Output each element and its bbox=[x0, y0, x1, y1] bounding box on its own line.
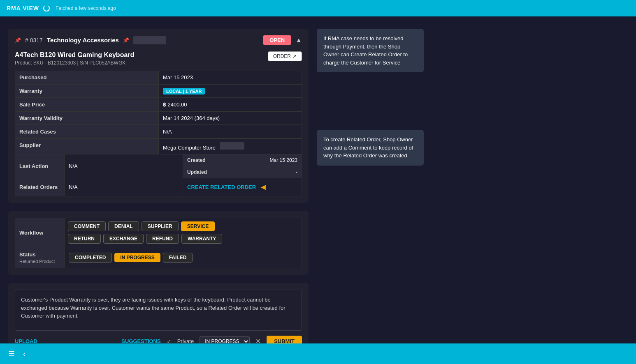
related-orders-row: Related Orders N/A CREATE RELATED ORDER … bbox=[15, 178, 302, 196]
sale-price-value: ฿ 2400.00 bbox=[158, 98, 302, 111]
related-cases-value: N/A bbox=[158, 125, 302, 138]
rma-panel: 📌 # 0317 Technology Accessories 📌 OPEN ▲… bbox=[8, 29, 309, 353]
status-btn-failed[interactable]: FAILED bbox=[163, 253, 193, 263]
created-label: Created bbox=[187, 157, 206, 163]
workflow-btn-service[interactable]: SERVICE bbox=[181, 221, 215, 231]
purchased-label: Purchased bbox=[15, 71, 158, 84]
rma-category: Technology Accessories bbox=[47, 37, 119, 44]
supplier-tag bbox=[220, 142, 244, 150]
status-sub-label: Returned Product bbox=[19, 259, 60, 264]
workflow-btn-return[interactable]: RETURN bbox=[68, 234, 101, 244]
last-action-value: N/A bbox=[65, 154, 183, 178]
annotations-panel: If RMA case needs to be resolved through… bbox=[317, 29, 628, 353]
workflow-btn-supplier[interactable]: SUPPLIER bbox=[142, 221, 179, 231]
sale-price-label: Sale Price bbox=[15, 98, 158, 111]
comment-text[interactable]: Customer's Product Warranty is over, the… bbox=[15, 290, 302, 331]
sync-text: Fetched a few seconds ago bbox=[56, 5, 116, 11]
arrow-right-icon: ◄ bbox=[259, 182, 267, 192]
related-cases-label: Related Cases bbox=[15, 125, 158, 138]
workflow-btn-denial[interactable]: DENIAL bbox=[108, 221, 139, 231]
supplier-label: Supplier bbox=[15, 138, 158, 154]
product-name: A4Tech B120 Wired Gaming Keyboard bbox=[15, 51, 134, 59]
product-sn: S/N PLC052ABWGK bbox=[80, 60, 125, 66]
supplier-value: Mega Computer Store bbox=[158, 138, 302, 154]
workflow-row-1: COMMENT DENIAL SUPPLIER SERVICE bbox=[68, 221, 298, 231]
workflow-row-2: RETURN EXCHANGE REFUND WARRANTY bbox=[68, 234, 298, 244]
created-value: Mar 15 2023 bbox=[270, 157, 297, 163]
status-label: Status bbox=[19, 251, 60, 258]
app-title: RMA VIEW bbox=[7, 5, 39, 12]
pin-icon: 📌 bbox=[15, 37, 21, 43]
updated-label: Updated bbox=[187, 169, 207, 175]
updated-value: - bbox=[296, 169, 297, 175]
create-related-order-section: CREATE RELATED ORDER ◄ bbox=[183, 178, 302, 196]
warranty-label: Warranty bbox=[15, 84, 158, 98]
workflow-label: Workflow bbox=[15, 218, 65, 247]
data-grid-top: Purchased Mar 15 2023 Warranty LOCAL | 1… bbox=[15, 71, 302, 154]
product-header: A4Tech B120 Wired Gaming Keyboard Produc… bbox=[15, 51, 302, 66]
workflow-row: Workflow COMMENT DENIAL SUPPLIER SERVICE… bbox=[15, 218, 302, 247]
rma-info-card: 📌 # 0317 Technology Accessories 📌 OPEN ▲… bbox=[8, 29, 309, 203]
workflow-btn-comment[interactable]: COMMENT bbox=[68, 221, 106, 231]
status-label-cell: Status Returned Product bbox=[15, 247, 65, 268]
status-buttons: COMPLETED IN PROGRESS FAILED bbox=[65, 247, 302, 268]
purchased-value: Mar 15 2023 bbox=[158, 71, 302, 84]
related-orders-label: Related Orders bbox=[15, 178, 65, 196]
workflow-btn-refund[interactable]: REFUND bbox=[146, 234, 179, 244]
created-row: Created Mar 15 2023 bbox=[183, 154, 302, 166]
chevron-button[interactable]: ▲ bbox=[295, 37, 302, 44]
workflow-card: Workflow COMMENT DENIAL SUPPLIER SERVICE… bbox=[8, 211, 309, 275]
warranty-validity-value: Mar 14 2024 (364 days) bbox=[158, 111, 302, 125]
warranty-value: LOCAL | 1 YEAR bbox=[158, 84, 302, 98]
rma-id: # 0317 bbox=[25, 37, 43, 44]
card-header: 📌 # 0317 Technology Accessories 📌 OPEN ▲ bbox=[15, 35, 302, 45]
warranty-badge: LOCAL | 1 YEAR bbox=[163, 88, 205, 94]
warranty-validity-label: Warranty Validity bbox=[15, 111, 158, 125]
workflow-btn-warranty[interactable]: WARRANTY bbox=[181, 234, 222, 244]
workflow-buttons: COMMENT DENIAL SUPPLIER SERVICE RETURN E… bbox=[65, 218, 302, 247]
last-action-label: Last Action bbox=[15, 154, 65, 178]
status-btn-in-progress[interactable]: IN PROGRESS bbox=[114, 253, 160, 262]
updated-row: Updated - bbox=[183, 166, 302, 178]
status-row: Status Returned Product COMPLETED IN PRO… bbox=[15, 247, 302, 268]
last-action-row: Last Action N/A Created Mar 15 2023 Upda… bbox=[15, 154, 302, 178]
annotation-1: If RMA case needs to be resolved through… bbox=[317, 29, 424, 72]
product-info: A4Tech B120 Wired Gaming Keyboard Produc… bbox=[15, 51, 134, 66]
top-bar: RMA VIEW Fetched a few seconds ago bbox=[0, 0, 636, 16]
sync-icon bbox=[43, 5, 50, 12]
menu-icon[interactable]: ☰ bbox=[8, 349, 15, 358]
dates-section: Created Mar 15 2023 Updated - bbox=[183, 154, 302, 178]
workflow-btn-exchange[interactable]: EXCHANGE bbox=[103, 234, 144, 244]
pin-icon-2: 📌 bbox=[123, 37, 129, 43]
status-btn-completed[interactable]: COMPLETED bbox=[69, 253, 112, 263]
order-button[interactable]: ORDER ↗ bbox=[268, 51, 302, 61]
rma-tag bbox=[133, 36, 166, 44]
open-button[interactable]: OPEN bbox=[263, 35, 291, 45]
main-content: 📌 # 0317 Technology Accessories 📌 OPEN ▲… bbox=[0, 16, 636, 364]
product-meta: Product SKU - B120123303 | S/N PLC052ABW… bbox=[15, 60, 134, 66]
bottom-bar: ☰ ‹ bbox=[0, 343, 636, 364]
back-icon[interactable]: ‹ bbox=[23, 350, 26, 358]
related-orders-value: N/A bbox=[65, 178, 183, 196]
product-sku: Product SKU - B120123303 bbox=[15, 60, 76, 66]
comment-card: Customer's Product Warranty is over, the… bbox=[8, 283, 309, 353]
create-related-order-link[interactable]: CREATE RELATED ORDER bbox=[187, 184, 256, 190]
annotation-2: To create Related Order, Shop Owner can … bbox=[317, 130, 424, 166]
